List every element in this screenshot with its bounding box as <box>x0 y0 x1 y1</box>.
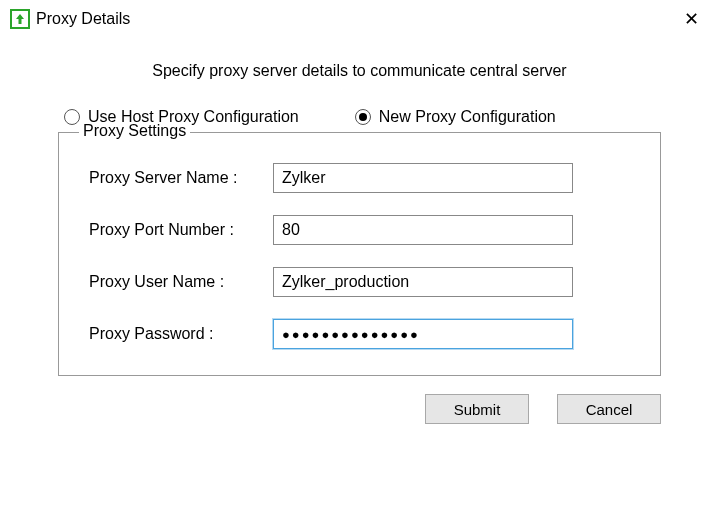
window-title: Proxy Details <box>36 10 130 28</box>
proxy-settings-fieldset: Proxy Settings Proxy Server Name : Proxy… <box>58 132 661 376</box>
label-server-name: Proxy Server Name : <box>83 169 273 187</box>
upload-icon <box>10 9 30 29</box>
row-port: Proxy Port Number : <box>83 215 636 245</box>
row-user-name: Proxy User Name : <box>83 267 636 297</box>
title-bar: Proxy Details ✕ <box>0 0 719 38</box>
submit-button[interactable]: Submit <box>425 394 529 424</box>
label-user-name: Proxy User Name : <box>83 273 273 291</box>
input-password[interactable]: ●●●●●●●●●●●●●● <box>273 319 573 349</box>
label-port: Proxy Port Number : <box>83 221 273 239</box>
input-server-name[interactable] <box>273 163 573 193</box>
input-user-name[interactable] <box>273 267 573 297</box>
radio-new-proxy[interactable]: New Proxy Configuration <box>355 108 556 126</box>
button-row: Submit Cancel <box>58 394 661 424</box>
close-icon[interactable]: ✕ <box>678 8 705 30</box>
instruction-text: Specify proxy server details to communic… <box>58 62 661 80</box>
radio-icon <box>355 109 371 125</box>
radio-label: New Proxy Configuration <box>379 108 556 126</box>
row-server-name: Proxy Server Name : <box>83 163 636 193</box>
label-password: Proxy Password : <box>83 325 273 343</box>
row-password: Proxy Password : ●●●●●●●●●●●●●● <box>83 319 636 349</box>
fieldset-legend: Proxy Settings <box>79 122 190 140</box>
radio-icon <box>64 109 80 125</box>
cancel-button[interactable]: Cancel <box>557 394 661 424</box>
input-port[interactable] <box>273 215 573 245</box>
